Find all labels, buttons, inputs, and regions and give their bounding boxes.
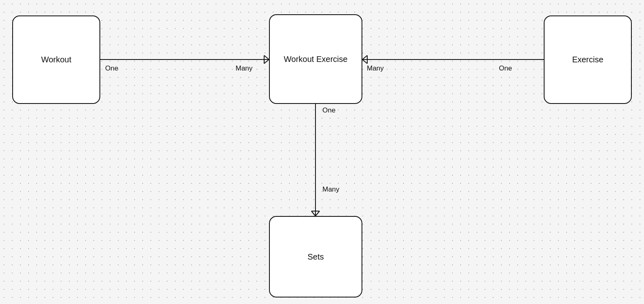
label-we-many: Many xyxy=(322,185,340,194)
svg-line-1 xyxy=(264,55,269,59)
entity-workout-exercise-label: Workout Exercise xyxy=(284,55,347,64)
svg-line-10 xyxy=(315,211,320,216)
svg-line-6 xyxy=(362,59,367,64)
svg-line-9 xyxy=(311,211,315,216)
svg-line-2 xyxy=(264,59,269,64)
label-we-one: One xyxy=(322,106,335,115)
entity-workout-exercise: Workout Exercise xyxy=(269,14,362,104)
label-workout-one: One xyxy=(105,64,118,73)
entity-sets: Sets xyxy=(269,216,362,297)
svg-line-5 xyxy=(362,55,367,59)
label-exercise-one: One xyxy=(499,64,512,73)
entity-exercise: Exercise xyxy=(544,15,632,104)
label-workout-many: Many xyxy=(236,64,253,73)
entity-sets-label: Sets xyxy=(307,252,324,262)
entity-workout: Workout xyxy=(12,15,100,104)
entity-exercise-label: Exercise xyxy=(572,55,604,64)
entity-workout-label: Workout xyxy=(41,55,71,64)
diagram-container: Workout Workout Exercise Exercise Sets O… xyxy=(0,0,644,304)
label-exercise-many: Many xyxy=(367,64,384,73)
